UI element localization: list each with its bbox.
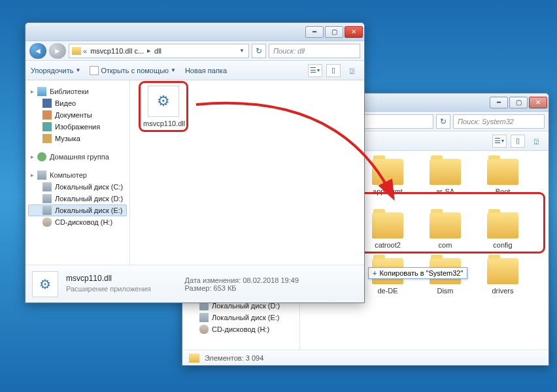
details-filename: msvcp110.dll (66, 273, 151, 284)
tooltip-text: Копировать в "System32" (379, 269, 463, 277)
breadcrumb[interactable]: « msvcp110.dll c... ▸ dll ▼ (69, 44, 249, 58)
status-bar: Элементов: 3 094 (182, 350, 549, 365)
folder-label: Dism (423, 287, 467, 295)
help-button[interactable]: ⍰ (529, 135, 543, 148)
sidebar-drive-e[interactable]: Локальный диск (E:) (185, 312, 297, 323)
nav-row: ◄ ► « msvcp110.dll c... ▸ dll ▼ ↻ Поиск:… (25, 41, 364, 61)
sidebar-documents[interactable]: Документы (28, 109, 127, 121)
forward-button[interactable]: ► (49, 43, 66, 59)
details-size-value: 653 КБ (214, 284, 237, 292)
preview-pane-button[interactable]: ▯ (511, 135, 525, 148)
details-modified-value: 08.02.2018 19:49 (243, 276, 299, 284)
search-placeholder: Поиск: System32 (458, 118, 514, 125)
folder-label: de-DE (365, 287, 410, 295)
new-folder-button[interactable]: Новая папка (185, 67, 227, 74)
sidebar: ▸Библиотеки Видео Документы Изображения … (25, 80, 130, 265)
sidebar-music[interactable]: Музыка (28, 133, 127, 144)
close-button[interactable]: ✕ (529, 97, 547, 108)
crumb-seg-1[interactable]: msvcp110.dll c... (89, 47, 145, 55)
sidebar-homegroup[interactable]: ▸Домашняя группа (28, 151, 127, 163)
help-button[interactable]: ⍰ (345, 64, 359, 77)
details-size-label: Размер: (185, 284, 212, 292)
minimize-button[interactable]: ━ (490, 97, 508, 108)
drop-tooltip: + Копировать в "System32" (368, 267, 467, 279)
search-input[interactable]: Поиск: System32 (453, 114, 545, 129)
folder-icon (487, 159, 518, 185)
sidebar-libraries[interactable]: ▸Библиотеки (28, 86, 127, 97)
details-pane: ⚙ msvcp110.dll Расширение приложения Дат… (25, 265, 364, 302)
folder-icon (189, 353, 199, 363)
details-modified-label: Дата изменения: (185, 276, 241, 284)
explorer-window-dll[interactable]: ━ ▢ ✕ ◄ ► « msvcp110.dll c... ▸ dll ▼ ↻ … (25, 22, 365, 303)
toolbar: Упорядочить ▼ Открыть с помощью ▼ Новая … (25, 61, 364, 80)
file-label: msvcp110.dll (143, 120, 184, 127)
view-button[interactable]: ☰ ▼ (492, 135, 507, 148)
sidebar-images[interactable]: Изображения (28, 121, 127, 133)
crumb-seg-2[interactable]: dll (153, 47, 163, 55)
status-text: Элементов: 3 094 (205, 354, 263, 362)
sidebar-drive-h[interactable]: CD-дисковод (H:) (28, 216, 127, 228)
details-filetype: Расширение приложения (66, 284, 151, 294)
folder-icon (72, 47, 81, 55)
close-button[interactable]: ✕ (345, 26, 363, 38)
search-placeholder: Поиск: dll (273, 47, 305, 55)
content-area[interactable]: msvcp110.dll (130, 80, 364, 265)
search-input[interactable]: Поиск: dll (269, 44, 360, 58)
preview-pane-button[interactable]: ▯ (326, 64, 341, 77)
refresh-button[interactable]: ↻ (252, 44, 266, 58)
organize-button[interactable]: Упорядочить ▼ (31, 67, 80, 74)
sidebar-drive-h[interactable]: CD-дисковод (H:) (185, 323, 297, 335)
view-button[interactable]: ☰ ▼ (308, 64, 322, 77)
sidebar-computer[interactable]: ▸Компьютер (28, 169, 127, 181)
maximize-button[interactable]: ▢ (509, 97, 528, 108)
folder-icon (430, 159, 461, 185)
sidebar-drive-d[interactable]: Локальный диск (D:) (28, 193, 127, 204)
sidebar-video[interactable]: Видео (28, 97, 127, 109)
folder-icon (372, 159, 403, 185)
back-button[interactable]: ◄ (29, 43, 46, 59)
sidebar-drive-c[interactable]: Локальный диск (C:) (28, 181, 127, 193)
file-msvcp110-dll[interactable]: msvcp110.dll (141, 83, 186, 130)
folder-icon (487, 258, 518, 284)
file-thumb-icon (148, 86, 179, 117)
window-body: ▸Библиотеки Видео Документы Изображения … (25, 80, 364, 265)
plus-icon: + (373, 269, 377, 277)
folder-label: drivers (481, 287, 525, 295)
titlebar[interactable]: ━ ▢ ✕ (25, 23, 364, 41)
sidebar-drive-e[interactable]: Локальный диск (E:) (28, 204, 127, 216)
open-with-button[interactable]: Открыть с помощью ▼ (90, 66, 176, 75)
details-thumb-icon: ⚙ (32, 271, 58, 297)
refresh-button[interactable]: ↻ (436, 114, 450, 129)
minimize-button[interactable]: ━ (305, 26, 324, 38)
folder-item[interactable]: drivers (481, 258, 525, 295)
maximize-button[interactable]: ▢ (325, 26, 343, 38)
